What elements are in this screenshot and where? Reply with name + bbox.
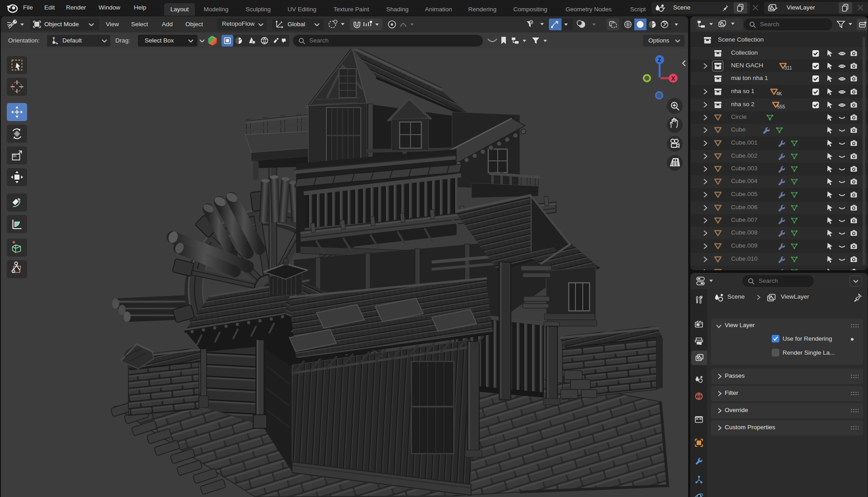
- svg-text:X: X: [671, 75, 675, 82]
- svg-text:Z: Z: [658, 57, 661, 63]
